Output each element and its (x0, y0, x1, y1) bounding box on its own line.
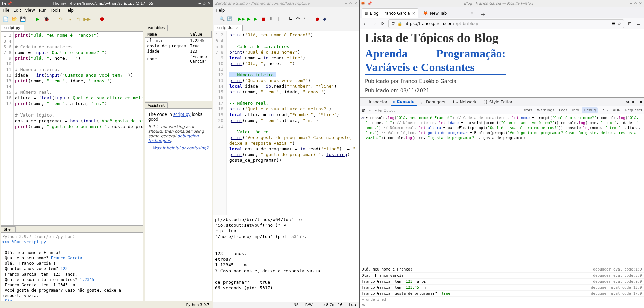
back-button[interactable]: ← (362, 21, 368, 26)
debug-run-icon[interactable]: ▶ (246, 16, 252, 22)
forward-button[interactable]: → (371, 21, 377, 26)
cat-info[interactable]: Info (570, 107, 581, 113)
shell-output[interactable]: Python 3.9.7 (/usr/bin/python) >>> %Run … (1, 232, 143, 301)
menu-view[interactable]: View (25, 8, 35, 13)
step-over-icon[interactable]: ↷ (58, 16, 64, 22)
cat-requests[interactable]: Requests (623, 107, 644, 113)
page-content[interactable]: Lista de Tópicos do Blog Aprenda Program… (360, 29, 644, 97)
devtools-more-icon[interactable]: ≫ (626, 100, 630, 104)
menu-edit[interactable]: Edit (13, 8, 21, 13)
menu-help[interactable]: Help (216, 8, 225, 13)
reload-button[interactable]: ⟳ (380, 21, 386, 26)
close-button[interactable]: ✕ (639, 1, 642, 6)
find-icon[interactable]: 🔍 (219, 16, 225, 22)
pause-icon[interactable]: ‖ (275, 16, 281, 22)
zbs-output[interactable]: pt/zbstudio/bin/linux/x64/lua" -e "io.st… (213, 215, 359, 302)
editor-code[interactable]: print("Olá, meu nome é Franco!") # Cadei… (14, 32, 143, 225)
app-menu-button[interactable]: ≡ (635, 21, 641, 26)
console-prompt[interactable]: ≫ (360, 302, 644, 308)
devtools-iframe-icon[interactable]: ⊞ (631, 100, 634, 104)
save-file-icon[interactable]: 💾 (19, 16, 26, 22)
reader-icon[interactable]: ☰ (611, 21, 615, 26)
cat-errors[interactable]: Errors (520, 107, 535, 113)
close-icon[interactable]: × (470, 11, 474, 16)
maximize-button[interactable]: ◇ (203, 1, 205, 6)
col-name[interactable]: Name (145, 31, 188, 38)
new-file-icon[interactable]: 📄 (2, 16, 9, 22)
close-icon[interactable]: × (236, 26, 239, 30)
resume-icon[interactable]: ▶▶ (84, 16, 90, 22)
assistant-feedback-link[interactable]: Was it helpful or confusing? (153, 146, 208, 150)
replace-icon[interactable]: 🔄 (227, 16, 233, 22)
close-icon[interactable]: × (412, 11, 415, 16)
step-out-icon[interactable]: ↰ (302, 16, 308, 22)
pin-icon[interactable]: 📌 (7, 1, 12, 6)
post-link[interactable]: Aprenda Programação:Variáveis e Constant… (365, 47, 506, 75)
menu-file[interactable]: File (3, 8, 9, 13)
devtools-console-tab[interactable]: ▸ Console (391, 98, 417, 106)
devtools-inspector-tab[interactable]: ⬚ Inspector (361, 98, 390, 106)
breakpoint-icon[interactable]: ● (314, 16, 320, 22)
stop-icon[interactable]: ■ (261, 16, 267, 22)
url-host: https://francogarcia.com (404, 21, 454, 26)
fx-titlebar: 🦊 📌 Blog · Franco Garcia — Mozilla Firef… (360, 0, 644, 7)
maximize-button[interactable]: ◇ (349, 1, 352, 6)
cat-debug[interactable]: Debug (582, 107, 598, 113)
filter-input[interactable] (373, 108, 519, 112)
zbs-tab-script[interactable]: script.lua × (214, 25, 243, 31)
python-editor[interactable]: 1 2 3 4 5 6 7 8 9 10 11 12 13 14 15 16 1… (1, 31, 143, 226)
bookmark-icon[interactable]: ◆ (322, 16, 328, 22)
cat-warnings[interactable]: Warnings (535, 107, 556, 113)
step-into-icon[interactable]: ↳ (66, 16, 73, 22)
bookmark-icon[interactable]: ☆ (617, 21, 621, 26)
run-icon[interactable]: ▶ (34, 16, 41, 22)
devtools-close-icon[interactable]: × (639, 100, 643, 104)
devtools-debugger-tab[interactable]: ⬚ Debugger (418, 98, 449, 106)
zbs-editor-tabs: script.lua × (213, 24, 359, 31)
step-out-icon[interactable]: ↰ (75, 16, 82, 22)
lua-code[interactable]: print("Olá, meu nome é Franco!") -- Cade… (227, 31, 359, 215)
devtools-settings-icon[interactable]: ⋯ (635, 100, 639, 104)
console-input-body[interactable]: ≫ ▾ console.log("Olá, meu nome é Franco!… (360, 114, 644, 266)
url-bar[interactable]: 🛡 🔒 https://francogarcia.com/pt-br/blog/… (388, 19, 624, 28)
cat-css[interactable]: CSS (598, 107, 610, 113)
devtools-style-tab[interactable]: {} Style Editor (480, 98, 515, 106)
col-value[interactable]: Value (188, 31, 211, 38)
shield-icon[interactable]: 🛡 (391, 21, 395, 26)
lock-icon[interactable]: 🔒 (397, 21, 402, 26)
shell-tab[interactable]: Shell (1, 226, 16, 232)
step-into-icon[interactable]: ↳ (287, 16, 294, 22)
run-icon[interactable]: ▶▶ (239, 16, 245, 22)
stop-icon[interactable]: ⬢ (99, 16, 105, 22)
step-over-icon[interactable]: ↷ (295, 16, 301, 22)
fx-tab-blog[interactable]: ▦ Blog · Franco Garcia × (362, 8, 418, 18)
close-button[interactable]: ✕ (354, 1, 357, 6)
open-file-icon[interactable]: 📂 (11, 16, 17, 22)
new-tab-button[interactable]: + (478, 11, 488, 18)
downloads-icon[interactable]: ⊡ (627, 21, 633, 26)
console-back[interactable]: ← undefined (360, 297, 644, 302)
devtools-network-tab[interactable]: ↑↓ Network (449, 98, 479, 106)
menu-tools[interactable]: Tools (51, 8, 61, 13)
pin-icon[interactable]: 📌 (366, 1, 373, 6)
fx-tab-new[interactable]: 🦊 New Tab × (420, 8, 477, 18)
cat-xhr[interactable]: XHR (610, 107, 622, 113)
break-icon[interactable]: ⏸ (268, 16, 274, 22)
debug-icon[interactable]: 🐞 (43, 16, 50, 22)
lua-editor[interactable]: 1 2 3 4 5 6 7 8 9 10 11 12 13 14 15 16 1… (213, 31, 359, 215)
assistant-script-link[interactable]: script.py (173, 112, 191, 117)
editor-tab-script[interactable]: script.py (1, 25, 24, 31)
minimize-button[interactable]: ─ (630, 1, 632, 6)
run-to-cursor-icon[interactable]: ▶| (253, 16, 259, 22)
funnel-icon[interactable]: ⌄ (367, 108, 373, 112)
assistant-tab[interactable]: Assistant (145, 102, 168, 108)
maximize-button[interactable]: ◇ (634, 1, 637, 6)
minimize-button[interactable]: ─ (345, 1, 347, 6)
menu-help[interactable]: Help (64, 8, 73, 13)
menu-run[interactable]: Run (39, 8, 47, 13)
close-button[interactable]: ✕ (208, 1, 211, 6)
variables-tab[interactable]: Variables (145, 25, 168, 31)
minimize-button[interactable]: ─ (199, 1, 201, 6)
cat-logs[interactable]: Logs (557, 107, 569, 113)
trash-icon[interactable]: 🗑 (360, 108, 367, 112)
